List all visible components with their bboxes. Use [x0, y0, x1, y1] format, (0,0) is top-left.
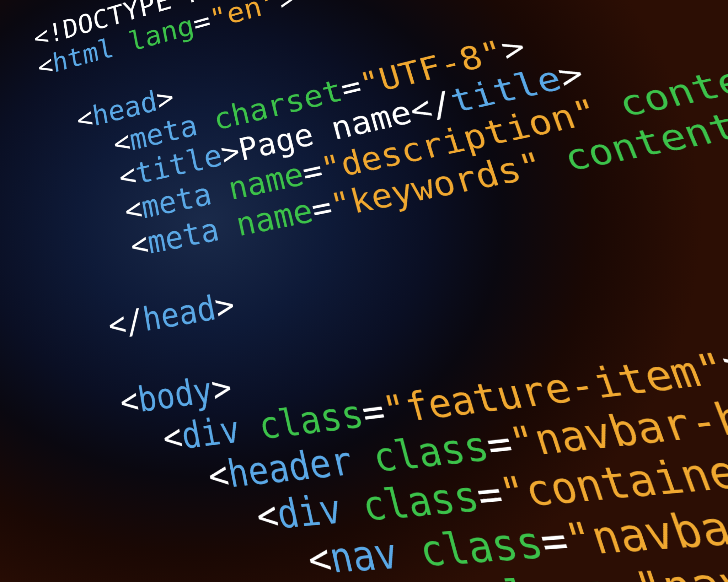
code-token: div: [178, 408, 243, 457]
code-editor-view: <!DOCTYPE html><html lang="en"> <head> <…: [0, 0, 728, 582]
code-token: class: [414, 517, 549, 576]
code-token: nav: [325, 529, 403, 582]
code-block[interactable]: <!DOCTYPE html><html lang="en"> <head> <…: [32, 0, 728, 582]
code-token: </: [106, 301, 146, 344]
code-token: div: [273, 486, 347, 538]
